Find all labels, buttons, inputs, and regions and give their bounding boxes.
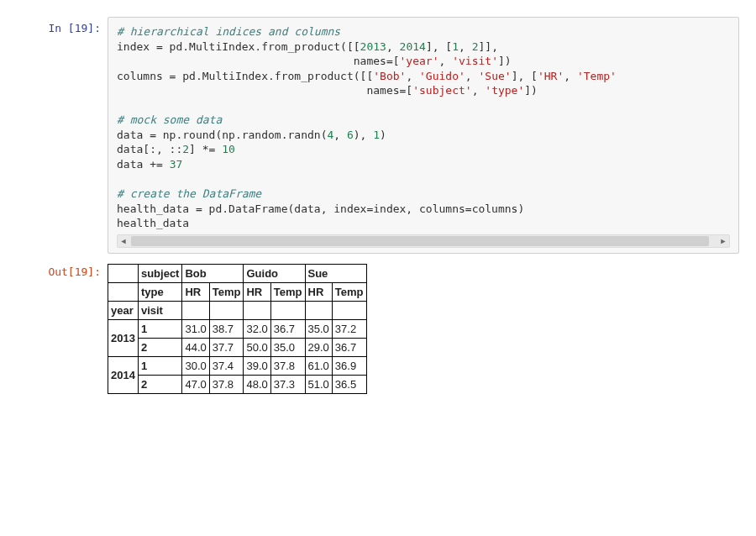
table-row: 2 47.0 37.8 48.0 37.3 51.0 36.5 (108, 375, 367, 393)
cell: 31.0 (182, 319, 209, 338)
code-text: ]], (479, 40, 498, 53)
code-comment: # create the DataFrame (117, 187, 261, 200)
cell: 38.7 (209, 319, 244, 338)
code-text: health_data (117, 217, 189, 229)
code-string: 'subject' (412, 84, 471, 97)
scroll-left-icon[interactable]: ◄ (118, 235, 129, 247)
cell: 48.0 (244, 375, 270, 393)
code-string: 'Guido' (419, 70, 465, 82)
code-text: , (406, 70, 419, 82)
code-number: 1 (373, 129, 380, 141)
row-visit: 2 (138, 375, 182, 393)
code-content[interactable]: # hierarchical indices and columns index… (117, 24, 730, 231)
cell: 36.7 (332, 338, 366, 356)
code-number: 6 (347, 129, 354, 141)
table-row: 2 44.0 37.7 50.0 35.0 29.0 36.7 (108, 338, 367, 356)
code-text: ]) (524, 84, 538, 97)
code-text: , (472, 84, 486, 97)
scrollbar-thumb[interactable] (131, 236, 709, 246)
row-visit: 1 (138, 356, 182, 375)
cell: 30.0 (182, 356, 209, 375)
code-comment: # mock some data (117, 113, 222, 126)
code-text: , (465, 70, 479, 82)
table-row: 2013 1 31.0 38.7 32.0 36.7 35.0 37.2 (108, 319, 367, 338)
cell: 35.0 (270, 338, 305, 356)
code-number: 1 (452, 40, 459, 53)
col-blank (305, 301, 332, 319)
table-row: 2014 1 30.0 37.4 39.0 37.8 61.0 36.9 (108, 356, 367, 375)
code-text: , (459, 40, 472, 53)
table-header-row: type HR Temp HR Temp HR Temp (108, 282, 367, 301)
code-text: health_data = pd.DataFrame(data, index=i… (117, 202, 524, 215)
code-text: ] *= (189, 143, 222, 155)
row-year: 2013 (108, 319, 139, 356)
code-string: 'Temp' (577, 70, 617, 82)
col-blank (270, 301, 305, 319)
col-type-hr: HR (305, 282, 332, 301)
row-year: 2014 (108, 356, 139, 393)
code-string: 'year' (400, 55, 439, 67)
code-string: 'Sue' (479, 70, 512, 82)
col-type-temp: Temp (270, 282, 305, 301)
input-cell: In [19]: # hierarchical indices and colu… (17, 17, 739, 254)
row-visit: 2 (138, 338, 182, 356)
table-header-row: year visit (108, 301, 367, 319)
cell: 61.0 (305, 356, 332, 375)
code-number: 2013 (360, 40, 386, 53)
output-cell: Out[19]: subject Bob Guido Sue type HR T… (17, 260, 739, 394)
code-text: , (333, 129, 347, 141)
code-text: , (439, 55, 453, 67)
cell: 51.0 (305, 375, 332, 393)
col-blank (244, 301, 270, 319)
cell: 37.7 (209, 338, 244, 356)
code-text: names=[ (117, 55, 400, 67)
cell: 36.9 (332, 356, 366, 375)
code-text: ]) (498, 55, 512, 67)
code-text: names=[ (117, 84, 412, 97)
cell: 36.7 (270, 319, 305, 338)
col-level-name-type: type (138, 282, 182, 301)
code-number: 10 (222, 143, 235, 155)
code-string: 'visit' (452, 55, 498, 67)
cell: 37.2 (332, 319, 366, 338)
code-number: 2014 (400, 40, 426, 53)
code-number: 2 (472, 40, 479, 53)
col-type-hr: HR (182, 282, 209, 301)
code-text: index = pd.MultiIndex.from_product([[ (117, 40, 360, 53)
output-prompt: Out[19]: (17, 260, 108, 278)
table-header-row: subject Bob Guido Sue (108, 264, 367, 282)
code-string: 'HR' (538, 70, 564, 82)
code-text: ), (354, 129, 373, 141)
cell: 32.0 (244, 319, 270, 338)
cell: 37.8 (270, 356, 305, 375)
code-cell[interactable]: # hierarchical indices and columns index… (108, 17, 739, 254)
cell: 29.0 (305, 338, 332, 356)
col-type-hr: HR (244, 282, 270, 301)
cell: 35.0 (305, 319, 332, 338)
horizontal-scrollbar[interactable]: ◄ ► (117, 234, 730, 248)
code-text: ) (380, 129, 386, 141)
col-level-name-subject: subject (138, 264, 182, 282)
code-text: ], [ (426, 40, 452, 53)
code-number: 37 (170, 158, 183, 171)
col-blank (108, 282, 139, 301)
col-blank (108, 264, 139, 282)
col-subject-sue: Sue (305, 264, 366, 282)
row-level-name-visit: visit (138, 301, 182, 319)
code-text: columns = pd.MultiIndex.from_product([[ (117, 70, 373, 82)
code-number: 2 (182, 143, 189, 155)
cell: 36.5 (332, 375, 366, 393)
cell: 37.8 (209, 375, 244, 393)
dataframe-table: subject Bob Guido Sue type HR Temp HR Te… (108, 264, 367, 394)
col-type-temp: Temp (332, 282, 366, 301)
col-subject-guido: Guido (244, 264, 305, 282)
col-blank (182, 301, 209, 319)
cell: 37.4 (209, 356, 244, 375)
code-text: , (386, 40, 400, 53)
row-visit: 1 (138, 319, 182, 338)
scroll-right-icon[interactable]: ► (717, 235, 729, 247)
code-text: data += (117, 158, 170, 171)
code-text: data[:, :: (117, 143, 182, 155)
cell: 37.3 (270, 375, 305, 393)
code-text: , (564, 70, 577, 82)
